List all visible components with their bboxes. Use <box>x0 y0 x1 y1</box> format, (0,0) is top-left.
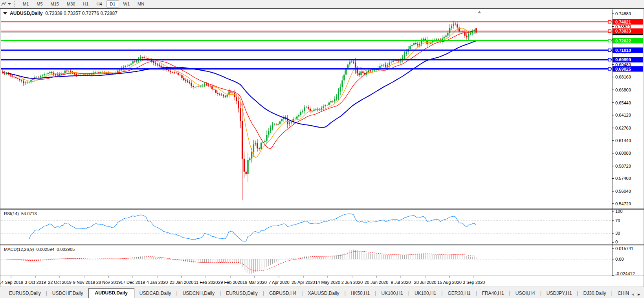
chart-tab-bar: EURUSD,Daily|USDCHF,DailyAUDUSD,DailyUSD… <box>0 287 644 298</box>
macd-pane: 0.0157410.00-0.024412 <box>1 246 635 276</box>
macd-name: MACD(12,26,9) <box>4 247 34 252</box>
timeframe-button-w1[interactable]: W1 <box>120 0 134 7</box>
macd-label: MACD(12,26,9) 0.002594 0.002905 <box>4 247 75 252</box>
window-menu-icon[interactable] <box>3 12 7 15</box>
svg-text:28 Jul 2020: 28 Jul 2020 <box>414 280 437 285</box>
chart-tab-gbpusd-h4[interactable]: GBPUSD,H4 <box>264 289 301 298</box>
svg-text:0.62760: 0.62760 <box>615 126 631 130</box>
chart-canvas[interactable]: 0.748800.735200.721600.708400.694800.681… <box>0 9 644 287</box>
macd-signal-value: 0.002905 <box>57 247 75 252</box>
chart-tab-uk100-h1[interactable]: UK100,H1 <box>409 289 441 298</box>
timeframe-button-m5[interactable]: M5 <box>33 0 46 7</box>
svg-text:0.69999: 0.69999 <box>615 57 631 62</box>
rsi-pane: 10070300 <box>1 209 622 244</box>
svg-text:0: 0 <box>615 239 618 244</box>
svg-text:4 Jan 2020: 4 Jan 2020 <box>147 280 168 285</box>
timeframe-button-mn[interactable]: MN <box>134 0 148 7</box>
chart-title: AUDUSD,Daily 0.73339 0.73357 0.72776 0.7… <box>3 11 117 16</box>
chart-tab-eurusd-daily[interactable]: EURUSD,Daily <box>4 289 46 298</box>
level-lines[interactable] <box>1 22 612 69</box>
chart-tab-fra40-h1[interactable]: FRA40,H1 <box>477 289 509 298</box>
svg-text:30: 30 <box>615 231 620 236</box>
svg-text:0.73520: 0.73520 <box>615 24 631 29</box>
svg-text:23 Jan 2020: 23 Jan 2020 <box>170 280 194 285</box>
top-toolbar: M1M5M15M30H1H4D1W1MN <box>0 0 644 8</box>
timeframe-button-m15[interactable]: M15 <box>47 0 62 7</box>
svg-text:20 Jun 2020: 20 Jun 2020 <box>365 280 389 285</box>
chart-tab-ger30-h1[interactable]: GER30,H1 <box>442 289 475 298</box>
chart-tab-usoil-h4[interactable]: USOil,H4 <box>510 289 540 298</box>
rsi-value: 54.0713 <box>21 211 37 216</box>
macd-value: 0.002594 <box>36 247 54 252</box>
chart-ohlc-values: 0.73339 0.73357 0.72776 0.72887 <box>45 11 117 16</box>
svg-text:0.74880: 0.74880 <box>615 11 631 16</box>
svg-text:0.65440: 0.65440 <box>615 101 631 105</box>
ma-medium-line <box>3 31 476 148</box>
svg-text:17 Dec 2019: 17 Dec 2019 <box>121 280 145 285</box>
timeframe-button-d1[interactable]: D1 <box>106 0 119 7</box>
pane-splitters[interactable] <box>0 209 644 245</box>
chart-tab-audusd-daily[interactable]: AUDUSD,Daily <box>88 288 134 298</box>
timeframe-button-h4[interactable]: H4 <box>93 0 105 7</box>
ma-slow-line <box>3 41 476 128</box>
svg-text:-0.024412: -0.024412 <box>615 271 635 276</box>
tab-scroll-left-icon[interactable]: ◄ <box>631 292 635 296</box>
svg-text:9 Jul 2020: 9 Jul 2020 <box>391 280 411 285</box>
timeframe-button-m1[interactable]: M1 <box>19 0 32 7</box>
svg-text:0.00: 0.00 <box>615 257 624 261</box>
svg-text:0.72022: 0.72022 <box>615 38 631 43</box>
svg-text:19 Mar 2020: 19 Mar 2020 <box>242 280 267 285</box>
svg-text:0.74021: 0.74021 <box>615 20 631 24</box>
svg-text:29 Feb 2020: 29 Feb 2020 <box>218 280 242 285</box>
timeframe-buttons: M1M5M15M30H1H4D1W1MN <box>19 0 148 7</box>
svg-text:28 Nov 2019: 28 Nov 2019 <box>96 280 121 285</box>
svg-text:15 Aug 2020: 15 Aug 2020 <box>437 280 462 285</box>
timeframe-button-h1[interactable]: H1 <box>79 0 92 7</box>
svg-text:0.73033: 0.73033 <box>615 29 631 33</box>
date-axis: 14 Sep 20193 Oct 201922 Oct 20199 Nov 20… <box>0 276 485 285</box>
chart-tab-china300-h1[interactable]: CHINA300,H1 <box>613 289 629 298</box>
rsi-line <box>29 214 476 241</box>
chart-tab-usdchf-daily[interactable]: USDCHF,Daily <box>47 289 88 298</box>
rsi-label: RSI(14) 54.0713 <box>4 211 37 216</box>
chevron-down-icon[interactable] <box>8 3 11 5</box>
svg-text:2 Jun 2020: 2 Jun 2020 <box>341 280 363 285</box>
chart-tab-hk50-h1[interactable]: HK50,H1 <box>346 289 375 298</box>
svg-text:11 Feb 2020: 11 Feb 2020 <box>194 280 218 285</box>
rsi-name: RSI(14) <box>4 211 19 216</box>
chart-tab-dj30-daily[interactable]: DJ30,Daily <box>578 289 611 298</box>
tab-scroll-right-icon[interactable]: ► <box>637 292 641 296</box>
chart-shift-marker <box>478 11 481 13</box>
chart-tab-uk100-h1[interactable]: UK100,H1 <box>376 289 408 298</box>
toolbar-grip[interactable] <box>14 1 17 7</box>
svg-text:0.71010: 0.71010 <box>615 48 631 53</box>
ma-fast-line <box>3 28 476 158</box>
svg-text:0.68160: 0.68160 <box>615 75 631 79</box>
chart-tabs: EURUSD,Daily|USDCHF,DailyAUDUSD,DailyUSD… <box>0 287 629 298</box>
chart-tab-usdcad-daily[interactable]: USDCAD,Daily <box>134 289 176 298</box>
svg-text:14 May 2020: 14 May 2020 <box>315 280 340 285</box>
svg-text:0.58720: 0.58720 <box>615 164 631 168</box>
svg-text:7 Apr 2020: 7 Apr 2020 <box>268 280 289 285</box>
candlestick-series <box>2 21 477 200</box>
svg-text:0.64120: 0.64120 <box>615 113 631 117</box>
svg-text:0.56040: 0.56040 <box>615 189 631 194</box>
svg-text:0.61440: 0.61440 <box>615 138 631 143</box>
svg-text:25 Apr 2020: 25 Apr 2020 <box>292 280 315 285</box>
chart-tab-usdcnh-daily[interactable]: USDCNH,Daily <box>178 289 220 298</box>
svg-text:100: 100 <box>615 209 622 214</box>
macd-signal-line <box>7 251 476 271</box>
chart-tab-eurusd-daily[interactable]: EURUSD,Daily <box>221 289 263 298</box>
svg-text:0.69025: 0.69025 <box>615 67 631 71</box>
svg-text:0.57400: 0.57400 <box>615 176 631 181</box>
timeframe-button-m30[interactable]: M30 <box>63 0 79 7</box>
svg-text:70: 70 <box>615 218 620 223</box>
chart-symbol-label: AUDUSD,Daily <box>10 11 42 16</box>
chart-tab-xauusd-daily[interactable]: XAUUSD,Daily <box>303 289 344 298</box>
svg-text:0.54720: 0.54720 <box>615 201 631 206</box>
svg-text:0.66800: 0.66800 <box>615 88 631 92</box>
mt4-application: M1M5M15M30H1H4D1W1MN 0.748800.735200.721… <box>0 0 644 298</box>
chart-tab-usdjpy-h1[interactable]: USDJPY,H1 <box>541 289 577 298</box>
draw-tool-icon[interactable] <box>0 1 7 7</box>
svg-text:0.60080: 0.60080 <box>615 151 631 155</box>
